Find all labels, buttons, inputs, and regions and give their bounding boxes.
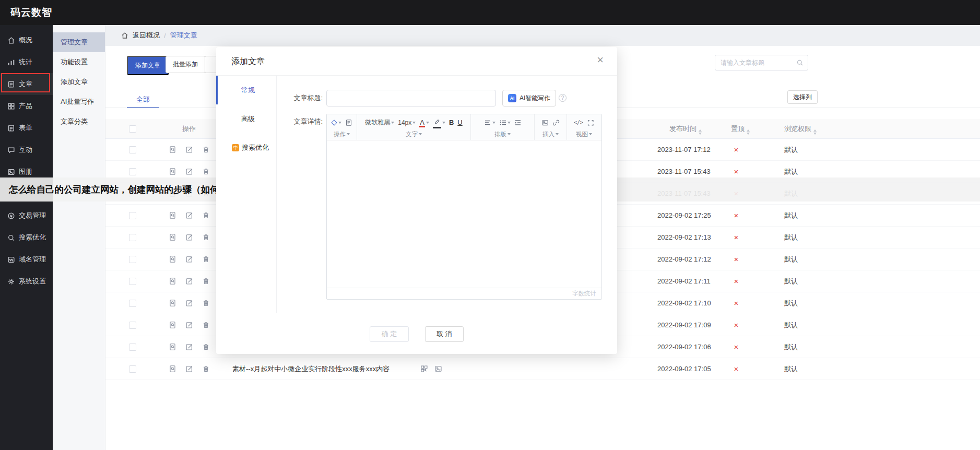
fullscreen-icon[interactable] [587,119,594,126]
edit-icon[interactable] [185,321,193,329]
top-flag[interactable]: × [731,314,741,336]
submenu-item-manage-articles[interactable]: 管理文章 [53,32,105,52]
align-icon[interactable] [484,119,495,126]
delete-icon[interactable] [202,146,210,153]
editor-content[interactable] [327,140,601,288]
sidebar-item-seo[interactable]: 搜索优化 [0,227,53,248]
top-flag[interactable]: × [731,270,741,292]
insert-link-icon[interactable] [552,119,560,126]
ai-writing-button[interactable]: AI AI智能写作 [502,90,556,106]
qr-grid-icon[interactable] [420,365,428,373]
submenu-item-function-settings[interactable]: 功能设置 [53,52,105,72]
select-all-checkbox[interactable] [129,125,136,133]
font-family-select[interactable]: 微软雅黑 [365,118,394,127]
article-title-input[interactable] [326,90,496,106]
dialog-tab-general[interactable]: 常规 [216,76,276,104]
tab-all[interactable]: 全部 [127,91,159,108]
group-label-operations[interactable]: 操作 [327,131,357,139]
font-color-icon[interactable]: A [419,119,429,126]
edit-icon[interactable] [185,343,193,351]
confirm-button[interactable]: 确 定 [370,326,409,342]
row-checkbox[interactable] [129,322,136,329]
search-icon[interactable] [796,59,804,66]
sidebar-item-trade[interactable]: 交易管理 [0,205,53,227]
edit-icon[interactable] [185,277,193,285]
top-flag[interactable]: × [731,139,741,161]
image-icon[interactable] [434,365,442,373]
sidebar-item-interaction[interactable]: 互动 [0,139,53,161]
edit-icon[interactable] [185,146,193,153]
header-top[interactable]: 置顶 [731,119,750,139]
row-checkbox[interactable] [129,365,136,373]
edit-icon[interactable] [185,255,193,263]
indent-icon[interactable] [514,119,522,126]
group-label-insert[interactable]: 插入 [535,131,566,139]
preview-icon[interactable] [169,233,176,241]
sort-icon[interactable] [813,129,817,135]
sort-icon[interactable] [747,129,750,135]
sidebar-item-overview[interactable]: 概况 [0,29,53,51]
group-label-text[interactable]: 文字 [357,131,470,139]
delete-icon[interactable] [202,277,210,285]
sidebar-item-articles[interactable]: 文章 [0,73,53,95]
preview-icon[interactable] [169,146,176,153]
preview-icon[interactable] [169,211,176,219]
insert-image-icon[interactable] [541,119,549,126]
search-input[interactable] [721,55,794,70]
header-publish-time[interactable]: 发布时间 [669,119,702,139]
row-checkbox[interactable] [129,146,136,153]
font-size-select[interactable]: 14px [398,119,416,126]
source-code-icon[interactable]: </> [574,120,583,125]
row-checkbox[interactable] [129,212,136,219]
sidebar-item-products[interactable]: 产品 [0,95,53,117]
bold-icon[interactable]: B [449,119,454,126]
sidebar-item-forms[interactable]: 表单 [0,117,53,139]
delete-icon[interactable] [202,321,210,329]
submenu-item-add-article[interactable]: 添加文章 [53,72,105,92]
delete-icon[interactable] [202,365,210,373]
edit-icon[interactable] [185,299,193,307]
dialog-tab-seo[interactable]: 中 搜索优化 [216,133,276,162]
preview-icon[interactable] [169,343,176,351]
format-brush-icon[interactable] [331,121,341,125]
submenu-item-ai-batch[interactable]: AI批量写作 [53,92,105,112]
delete-icon[interactable] [202,233,210,241]
cancel-button[interactable]: 取 消 [425,326,464,342]
column-select-button[interactable]: 选择列 [787,90,818,104]
preview-icon[interactable] [169,277,176,285]
row-checkbox[interactable] [129,256,136,263]
header-permission[interactable]: 浏览权限 [784,119,817,139]
preview-icon[interactable] [169,365,176,373]
row-checkbox[interactable] [129,300,136,307]
top-flag[interactable]: × [731,205,741,227]
top-flag[interactable]: × [731,336,741,358]
sidebar-item-stats[interactable]: 统计 [0,51,53,73]
group-label-view[interactable]: 视图 [567,131,601,139]
delete-icon[interactable] [202,299,210,307]
top-flag[interactable]: × [731,248,741,270]
sort-icon[interactable] [699,129,702,135]
batch-add-button[interactable]: 批量添加 [166,56,205,73]
edit-icon[interactable] [185,211,193,219]
preview-icon[interactable] [169,299,176,307]
breadcrumb-back[interactable]: 返回概况 [133,31,160,40]
preview-icon[interactable] [169,255,176,263]
sidebar-item-domain[interactable]: 域名管理 [0,248,53,270]
preview-icon[interactable] [169,321,176,329]
edit-icon[interactable] [185,233,193,241]
top-flag[interactable]: × [731,292,741,314]
delete-icon[interactable] [202,211,210,219]
add-article-button[interactable]: 添加文章 [127,56,169,75]
ordered-list-icon[interactable] [499,119,511,126]
row-checkbox[interactable] [129,278,136,285]
close-icon[interactable]: × [597,54,604,66]
delete-icon[interactable] [202,255,210,263]
row-checkbox[interactable] [129,168,136,175]
submenu-item-article-categories[interactable]: 文章分类 [53,112,105,132]
group-label-layout[interactable]: 排版 [471,131,534,139]
preview-icon[interactable] [169,168,176,175]
edit-icon[interactable] [185,365,193,373]
delete-icon[interactable] [202,168,210,175]
row-checkbox[interactable] [129,234,136,241]
top-flag[interactable]: × [731,358,741,380]
